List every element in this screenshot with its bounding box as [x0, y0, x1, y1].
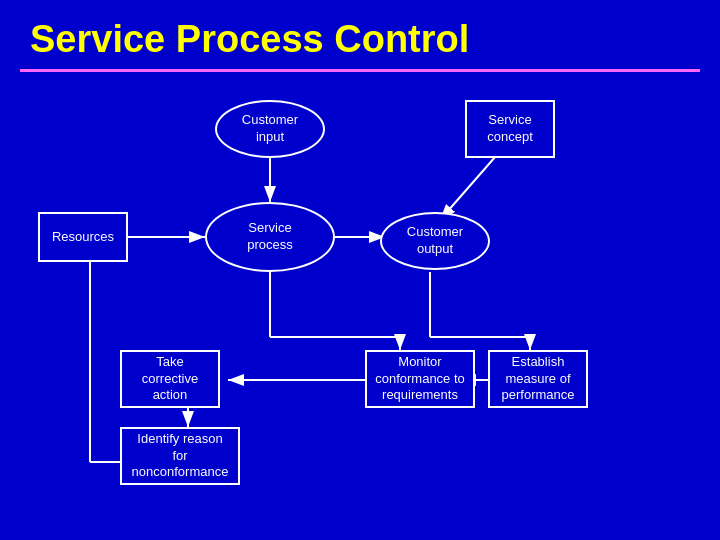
service-process-node: Service process — [205, 202, 335, 272]
service-concept-node: Service concept — [465, 100, 555, 158]
establish-measure-node: Establish measure of performance — [488, 350, 588, 408]
page-title: Service Process Control — [0, 0, 720, 69]
identify-reason-node: Identify reason for nonconformance — [120, 427, 240, 485]
monitor-conformance-node: Monitor conformance to requirements — [365, 350, 475, 408]
customer-input-node: Customer input — [215, 100, 325, 158]
take-corrective-action-node: Take corrective action — [120, 350, 220, 408]
resources-node: Resources — [38, 212, 128, 262]
diagram-area: Customer input Service concept Resources… — [20, 72, 700, 502]
customer-output-node: Customer output — [380, 212, 490, 270]
